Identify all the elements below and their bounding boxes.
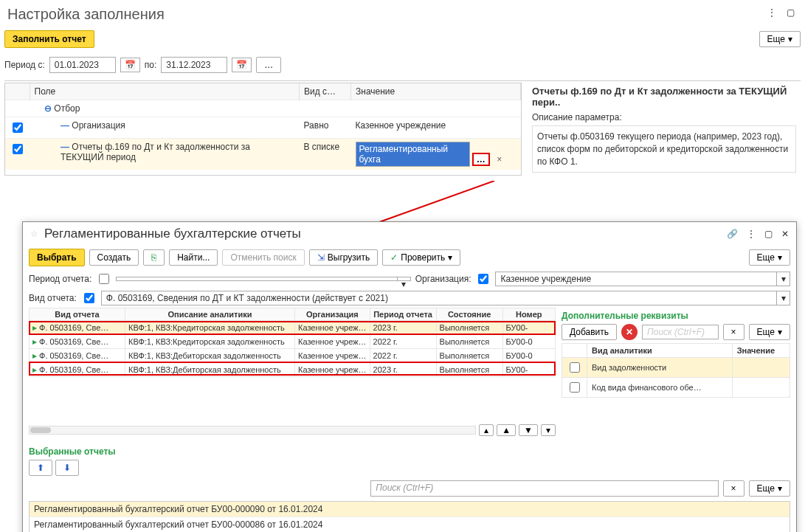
calendar-to-icon[interactable]: 📅	[232, 58, 252, 72]
date-from-input[interactable]: 01.01.2023	[49, 57, 116, 73]
page-title: Настройка заполнения	[7, 6, 801, 23]
more-button[interactable]: Еще ▾	[759, 31, 801, 47]
col-value[interactable]: Значение	[351, 83, 521, 100]
period-to-label: по:	[145, 60, 157, 70]
value-clear-button[interactable]: ×	[492, 153, 506, 165]
filter-value[interactable]: Казенное учреждение	[351, 117, 521, 139]
chevron-down-icon: ▾	[788, 34, 792, 44]
more-actions-icon[interactable]: ⋮	[767, 7, 776, 18]
filter-kind[interactable]: Равно	[300, 117, 351, 139]
param-desc-label: Описание параметра:	[532, 112, 796, 122]
fill-report-button[interactable]: Заполнить отчет	[4, 30, 94, 48]
col-field[interactable]: Поле	[30, 83, 300, 100]
remove-filter-icon[interactable]: —	[61, 120, 69, 131]
filter-group[interactable]: Отбор	[54, 103, 80, 114]
filter-field[interactable]: Организация	[72, 120, 125, 131]
value-lookup-button[interactable]: …	[472, 153, 490, 166]
calendar-from-icon[interactable]: 📅	[120, 58, 140, 72]
date-to-input[interactable]: 31.12.2023	[161, 57, 227, 73]
collapse-icon[interactable]: ⊖	[44, 103, 52, 114]
period-from-label: Период с:	[4, 60, 45, 70]
filter-field[interactable]: Отчеты ф.169 по Дт и Кт задолженности за…	[61, 142, 250, 162]
period-extra-button[interactable]: …	[256, 57, 281, 73]
window-restore-icon[interactable]: ▢	[787, 7, 795, 18]
filter-kind[interactable]: В списке	[300, 139, 351, 170]
row-checkbox-org[interactable]	[13, 122, 23, 133]
filter-value-input[interactable]: Регламентированный бухга	[356, 142, 470, 167]
col-kind[interactable]: Вид с…	[300, 83, 351, 100]
param-title: Отчеты ф.169 по Дт и Кт задолженности за…	[532, 86, 796, 108]
filter-grid: Поле Вид с… Значение ⊖ Отбор — Организац…	[4, 83, 522, 176]
row-checkbox-reports[interactable]	[13, 144, 23, 154]
param-desc-text: Отчеты ф.0503169 текущего периода (напри…	[532, 125, 796, 173]
remove-filter-icon[interactable]: —	[61, 142, 69, 152]
